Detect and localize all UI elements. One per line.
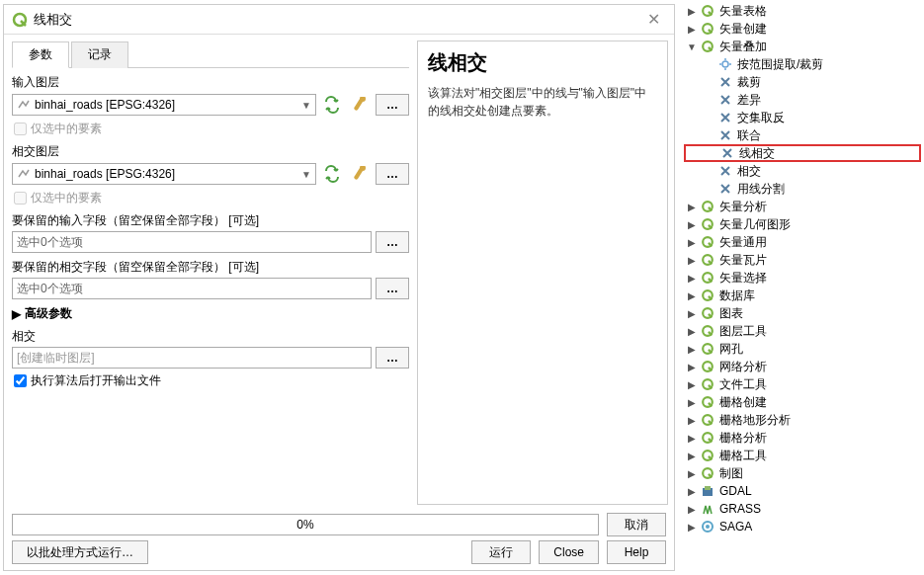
cancel-button[interactable]: 取消 xyxy=(607,513,666,536)
tree-item[interactable]: ▶线相交 xyxy=(684,144,921,162)
open-after-checkbox[interactable] xyxy=(14,374,27,387)
tree-item[interactable]: ▶图表 xyxy=(684,304,921,322)
wrench-icon[interactable] xyxy=(348,93,372,117)
tree-item[interactable]: ▶栅格创建 xyxy=(684,393,921,411)
q-icon xyxy=(700,412,715,428)
svg-point-4 xyxy=(722,61,728,67)
keep-intersect-fields-input[interactable]: 选中0个选项 xyxy=(12,278,372,299)
cross-icon xyxy=(717,110,733,125)
keep-intersect-fields-button[interactable]: … xyxy=(376,278,409,299)
chevron-right-icon[interactable]: ▶ xyxy=(686,504,698,515)
cross-icon xyxy=(717,92,733,108)
chevron-right-icon[interactable]: ▶ xyxy=(686,290,698,301)
tree-item[interactable]: ▶SAGA xyxy=(684,518,921,535)
iterate-icon[interactable] xyxy=(320,93,344,117)
chevron-down-icon: ▼ xyxy=(301,169,311,180)
chevron-right-icon[interactable]: ▶ xyxy=(686,379,698,390)
tree-item[interactable]: ▶矢量瓦片 xyxy=(684,251,921,269)
chevron-right-icon[interactable]: ▶ xyxy=(686,219,698,230)
iterate-icon[interactable] xyxy=(320,162,344,186)
chevron-right-icon[interactable]: ▶ xyxy=(686,415,698,426)
help-button[interactable]: Help xyxy=(607,540,666,564)
chevron-right-icon[interactable]: ▶ xyxy=(686,522,698,533)
chevron-right-icon[interactable]: ▶ xyxy=(686,362,698,372)
chevron-right-icon[interactable]: ▶ xyxy=(686,6,698,17)
tree-item-label: 矢量表格 xyxy=(719,3,767,20)
tabs: 参数 记录 xyxy=(12,41,409,68)
input-layer-combo[interactable]: binhai_roads [EPSG:4326] ▼ xyxy=(12,94,316,116)
input-layer-value: binhai_roads [EPSG:4326] xyxy=(35,98,301,112)
advanced-toggle[interactable]: ▶ 高级参数 xyxy=(12,305,409,322)
tree-item-label: 矢量选择 xyxy=(719,270,767,287)
batch-button[interactable]: 以批处理方式运行… xyxy=(12,540,148,564)
tree-item[interactable]: ▼矢量叠加 xyxy=(684,38,921,55)
tree-item[interactable]: ▶联合 xyxy=(684,126,921,144)
input-layer-browse-button[interactable]: … xyxy=(376,94,409,116)
tree-item[interactable]: ▶矢量分析 xyxy=(684,198,921,215)
tree-item[interactable]: ▶矢量创建 xyxy=(684,20,921,38)
tree-item[interactable]: ▶图层工具 xyxy=(684,322,921,340)
tree-item[interactable]: ▶数据库 xyxy=(684,287,921,304)
tree-item[interactable]: ▶矢量通用 xyxy=(684,233,921,251)
intersect-layer-browse-button[interactable]: … xyxy=(376,163,409,185)
tree-item[interactable]: ▶栅格工具 xyxy=(684,447,921,464)
tree-item[interactable]: ▶栅格地形分析 xyxy=(684,411,921,429)
output-browse-button[interactable]: … xyxy=(376,347,409,369)
tab-parameters[interactable]: 参数 xyxy=(12,41,69,68)
close-icon[interactable]: ✕ xyxy=(641,8,666,31)
chevron-right-icon[interactable]: ▶ xyxy=(686,273,698,284)
selected-only-1-checkbox[interactable] xyxy=(14,123,27,135)
tree-item[interactable]: ▶差异 xyxy=(684,91,921,109)
close-button[interactable]: Close xyxy=(539,540,599,564)
chevron-right-icon[interactable]: ▶ xyxy=(686,202,698,212)
chevron-right-icon[interactable]: ▶ xyxy=(686,397,698,408)
tree-item-label: 图层工具 xyxy=(719,323,767,340)
q-icon xyxy=(700,359,715,374)
tree-item[interactable]: ▶网孔 xyxy=(684,340,921,358)
chevron-right-icon[interactable]: ▶ xyxy=(686,451,698,461)
svg-rect-26 xyxy=(705,486,711,490)
chevron-right-icon[interactable]: ▶ xyxy=(686,486,698,497)
chevron-right-icon[interactable]: ▶ xyxy=(686,308,698,319)
tree-item[interactable]: ▶制图 xyxy=(684,464,921,482)
tree-item[interactable]: ▶交集取反 xyxy=(684,109,921,126)
tree-item[interactable]: ▶矢量选择 xyxy=(684,269,921,287)
tree-item[interactable]: ▶矢量几何图形 xyxy=(684,215,921,233)
keep-input-fields-button[interactable]: … xyxy=(376,231,409,253)
tree-item-label: 用线分割 xyxy=(737,181,785,198)
q-icon xyxy=(700,21,715,37)
chevron-right-icon[interactable]: ▶ xyxy=(686,255,698,266)
keep-input-fields-input[interactable]: 选中0个选项 xyxy=(12,231,372,253)
tree-item[interactable]: ▶相交 xyxy=(684,162,921,180)
progress-area: 0% 取消 xyxy=(12,513,666,536)
chevron-right-icon[interactable]: ▶ xyxy=(686,237,698,248)
tree-item[interactable]: ▶裁剪 xyxy=(684,73,921,91)
tree-item[interactable]: ▶用线分割 xyxy=(684,180,921,198)
tab-log[interactable]: 记录 xyxy=(71,41,128,68)
chevron-right-icon[interactable]: ▶ xyxy=(686,468,698,479)
chevron-right-icon[interactable]: ▶ xyxy=(686,326,698,337)
chevron-right-icon[interactable]: ▶ xyxy=(686,24,698,35)
chevron-right-icon[interactable]: ▶ xyxy=(686,344,698,355)
chevron-down-icon[interactable]: ▼ xyxy=(686,41,698,52)
dialog-body: 参数 记录 输入图层 binhai_roads [EPSG:4326] ▼ … … xyxy=(4,35,674,511)
tree-item-label: 图表 xyxy=(719,305,743,322)
chevron-right-icon[interactable]: ▶ xyxy=(686,433,698,444)
wrench-icon[interactable] xyxy=(348,162,372,186)
tree-item-label: 制图 xyxy=(719,465,743,482)
q-icon xyxy=(700,199,715,214)
tree-item[interactable]: ▶网络分析 xyxy=(684,358,921,375)
tree-item[interactable]: ▶矢量表格 xyxy=(684,2,921,20)
tree-item[interactable]: ▶栅格分析 xyxy=(684,429,921,447)
tree-item[interactable]: ▶按范围提取/裁剪 xyxy=(684,55,921,73)
run-button[interactable]: 运行 xyxy=(471,540,531,564)
selected-only-2-checkbox[interactable] xyxy=(14,192,27,205)
tree-item-label: GDAL xyxy=(719,484,752,498)
tree-item[interactable]: ▶GDAL xyxy=(684,482,921,500)
tree-item[interactable]: ▶文件工具 xyxy=(684,375,921,393)
tree-item[interactable]: ▶GRASS xyxy=(684,500,921,518)
titlebar: 线相交 ✕ xyxy=(4,5,674,35)
output-input[interactable]: [创建临时图层] xyxy=(12,347,372,369)
tree-item-label: 矢量创建 xyxy=(719,21,767,38)
intersect-layer-combo[interactable]: binhai_roads [EPSG:4326] ▼ xyxy=(12,163,316,185)
